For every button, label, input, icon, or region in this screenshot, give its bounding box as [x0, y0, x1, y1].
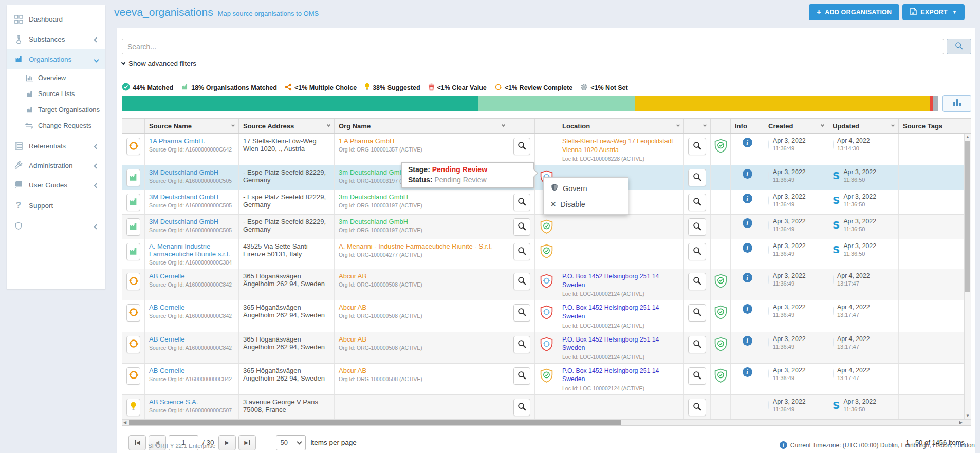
search-button[interactable] — [947, 39, 971, 54]
export-button[interactable]: x EXPORT ▼ — [902, 4, 965, 20]
org-shield-icon[interactable] — [540, 337, 553, 353]
org-search-button[interactable] — [513, 367, 530, 385]
table-row[interactable]: A. Menarini Industrie Farmaceutiche Riun… — [122, 239, 971, 269]
info-icon[interactable]: i — [743, 138, 752, 147]
table-row[interactable]: AB CernelleSource Org Id: A1600000000C84… — [122, 300, 971, 331]
location-search-button[interactable] — [688, 367, 706, 385]
sidebar-item-referentials[interactable]: Referentials — [7, 137, 105, 156]
org-shield-icon[interactable] — [540, 274, 553, 290]
location-search-button[interactable] — [688, 336, 706, 353]
org-search-button[interactable] — [513, 336, 530, 353]
org-shield-icon[interactable] — [540, 305, 553, 322]
table-row[interactable]: AB CernelleSource Org Id: A1600000000C84… — [122, 269, 971, 300]
source-name-link[interactable]: AB Cernelle — [149, 272, 184, 280]
info-icon[interactable]: i — [743, 169, 752, 179]
sidebar-item-source-lists[interactable]: Source Lists — [7, 86, 105, 102]
org-search-button[interactable] — [513, 304, 530, 322]
row-status-button[interactable] — [126, 138, 140, 155]
org-search-button[interactable] — [513, 194, 530, 211]
sidebar-item-substances[interactable]: Substances — [7, 29, 105, 49]
sort-chevron-icon[interactable] — [231, 123, 235, 127]
sidebar-item-user-guides[interactable]: User Guides — [7, 175, 105, 195]
row-status-button[interactable] — [126, 273, 140, 290]
row-status-button[interactable] — [126, 336, 140, 353]
source-name-link[interactable]: 3M Deutschland GmbH — [149, 218, 218, 225]
location-search-button[interactable] — [688, 243, 706, 260]
menu-item-govern[interactable]: Govern — [544, 180, 628, 197]
add-organisation-button[interactable]: + ADD ORGANISATION — [809, 4, 900, 20]
location-search-button[interactable] — [688, 399, 706, 416]
sort-chevron-icon[interactable] — [676, 123, 680, 127]
chart-view-button[interactable] — [942, 95, 971, 112]
table-row[interactable]: AB CernelleSource Org Id: A1600000000C84… — [122, 363, 971, 394]
info-icon[interactable]: i — [743, 218, 752, 228]
info-icon[interactable]: i — [743, 273, 752, 282]
org-shield-icon[interactable] — [540, 219, 553, 236]
sidebar-item-change-requests[interactable]: Change Requests — [7, 118, 105, 134]
source-name-link[interactable]: AB Cernelle — [149, 304, 184, 311]
sort-chevron-icon[interactable] — [891, 123, 895, 127]
column-header[interactable] — [684, 119, 711, 133]
vertical-scroll-thumb[interactable] — [965, 141, 970, 292]
menu-item-disable[interactable]: × Disable — [544, 197, 628, 212]
scroll-left-icon[interactable]: ◀ — [123, 420, 126, 426]
location-shield-icon[interactable] — [714, 337, 728, 353]
location-shield-icon[interactable] — [714, 139, 728, 155]
next-page-button[interactable]: ▶ — [218, 435, 236, 450]
last-page-button[interactable]: ▶ — [238, 435, 256, 450]
search-input[interactable] — [122, 39, 944, 54]
org-search-button[interactable] — [513, 218, 530, 236]
sidebar-item-administration[interactable]: Administration — [7, 156, 105, 175]
sort-chevron-icon[interactable] — [703, 123, 707, 127]
sidebar-item-overview[interactable]: Overview — [7, 70, 105, 86]
org-shield-icon[interactable] — [540, 368, 553, 385]
info-icon[interactable]: i — [743, 304, 752, 314]
location-search-button[interactable] — [688, 138, 706, 155]
info-icon[interactable]: i — [743, 243, 752, 253]
sort-chevron-icon[interactable] — [821, 123, 824, 127]
row-status-button[interactable] — [126, 218, 140, 236]
source-name-link[interactable]: 3M Deutschland GmbH — [149, 168, 218, 176]
sidebar-item-support[interactable]: ? Support — [7, 195, 105, 216]
location-shield-icon[interactable] — [714, 368, 728, 385]
column-header-source-name[interactable]: Source Name — [145, 119, 239, 133]
sidebar-item-dashboard[interactable]: Dashboard — [7, 9, 105, 29]
source-name-link[interactable]: AB Cernelle — [149, 367, 184, 374]
column-header-location[interactable]: Location — [558, 119, 684, 133]
column-header-org-name[interactable]: Org Name — [335, 119, 509, 133]
row-status-button[interactable] — [126, 169, 140, 186]
location-shield-icon[interactable] — [714, 305, 728, 322]
location-search-button[interactable] — [688, 304, 706, 322]
row-status-button[interactable] — [126, 399, 140, 416]
sidebar-item-policies[interactable] — [7, 216, 105, 236]
per-page-select[interactable]: 50 — [276, 435, 306, 450]
show-advanced-filters-link[interactable]: Show advanced filters — [122, 60, 235, 67]
scroll-right-icon[interactable]: ▶ — [959, 420, 963, 426]
row-status-button[interactable] — [126, 367, 140, 385]
column-header-created[interactable]: Created — [764, 119, 828, 133]
column-header-source-address[interactable]: Source Address — [239, 119, 335, 133]
horizontal-scroll-thumb[interactable] — [129, 420, 621, 425]
source-name-link[interactable]: 1A Pharma GmbH. — [149, 137, 205, 145]
table-row[interactable]: AB Science S.A.Source Org Id: A160000000… — [122, 394, 971, 419]
row-status-button[interactable] — [126, 194, 140, 211]
scroll-up-icon[interactable]: ▲ — [965, 135, 971, 139]
first-page-button[interactable]: ◀ — [128, 435, 146, 450]
location-search-button[interactable] — [688, 273, 706, 290]
table-row[interactable]: AB CernelleSource Org Id: A1600000000C84… — [122, 332, 971, 363]
source-name-link[interactable]: A. Menarini Industrie Farmaceutiche Riun… — [149, 242, 230, 258]
source-name-link[interactable]: AB Science S.A. — [149, 398, 198, 406]
column-header-updated[interactable]: Updated — [828, 119, 899, 133]
row-status-button[interactable] — [126, 304, 140, 322]
location-search-button[interactable] — [688, 194, 706, 211]
org-search-button[interactable] — [513, 243, 530, 260]
location-search-button[interactable] — [688, 218, 706, 236]
sort-chevron-icon[interactable] — [502, 123, 505, 127]
scroll-down-icon[interactable]: ▼ — [965, 413, 971, 418]
info-icon[interactable]: i — [743, 367, 752, 377]
org-shield-icon[interactable] — [540, 244, 553, 260]
table-row[interactable]: 1A Pharma GmbH.Source Org Id: A160000000… — [122, 134, 971, 165]
org-search-button[interactable] — [513, 138, 530, 155]
sort-chevron-icon[interactable] — [327, 123, 330, 127]
horizontal-scrollbar[interactable]: ◀ ▶ — [122, 419, 971, 425]
